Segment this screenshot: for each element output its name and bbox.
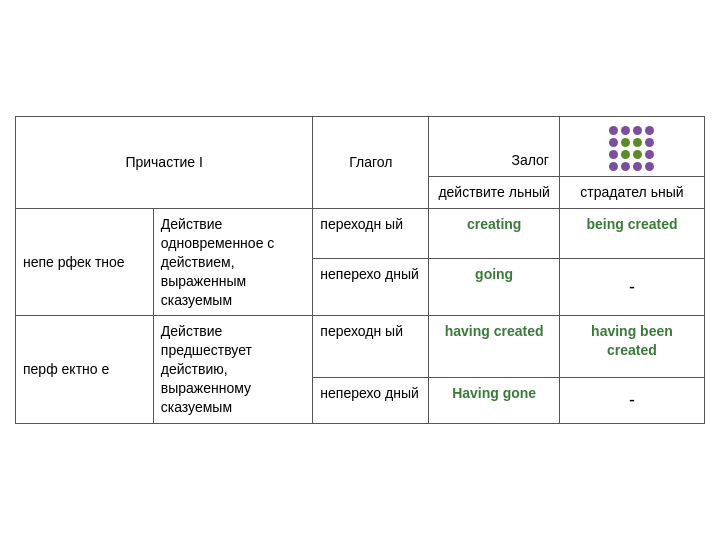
dots-decoration bbox=[559, 117, 704, 177]
dot bbox=[633, 162, 642, 171]
row2-glagol-bottom: неперехо дный bbox=[313, 378, 429, 424]
dot bbox=[609, 138, 618, 147]
dot bbox=[609, 150, 618, 159]
row1-glagol-bottom: неперехо дный bbox=[313, 258, 429, 316]
row2-strad-bottom: - bbox=[559, 378, 704, 424]
row2-top: перф ектно е Действие предшествует дейст… bbox=[16, 316, 705, 378]
row2-strad-top: having been created bbox=[559, 316, 704, 378]
dot bbox=[621, 162, 630, 171]
table-container: Причастие I Глагол Залог bbox=[15, 116, 705, 424]
row1-glagol-top: переходн ый bbox=[313, 208, 429, 258]
dot bbox=[621, 126, 630, 135]
действительный-header: действите льный bbox=[429, 177, 560, 209]
row1-strad-bottom: - bbox=[559, 258, 704, 316]
row1-top: непе рфек тное Действие одновременное с … bbox=[16, 208, 705, 258]
dot bbox=[633, 150, 642, 159]
header-row-top: Причастие I Глагол Залог bbox=[16, 117, 705, 177]
row1-strad-top: being created bbox=[559, 208, 704, 258]
причастиеI-header: Причастие I bbox=[16, 117, 313, 209]
dots-grid bbox=[609, 126, 655, 172]
залог-label: Залог bbox=[429, 117, 560, 177]
dot bbox=[645, 150, 654, 159]
row1-deystvo-bottom: going bbox=[429, 258, 560, 316]
dot bbox=[621, 138, 630, 147]
dot bbox=[645, 162, 654, 171]
неперфектное-label: непе рфек тное bbox=[16, 208, 154, 315]
глагол-header: Глагол bbox=[313, 117, 429, 209]
перфектное-label: перф ектно е bbox=[16, 316, 154, 423]
dot bbox=[621, 150, 630, 159]
dot bbox=[609, 162, 618, 171]
dot bbox=[609, 126, 618, 135]
dot bbox=[645, 138, 654, 147]
dot bbox=[633, 138, 642, 147]
row2-description: Действие предшествует действию, выраженн… bbox=[153, 316, 313, 423]
dot bbox=[645, 126, 654, 135]
grammar-table: Причастие I Глагол Залог bbox=[15, 116, 705, 424]
row1-description: Действие одновременное с действием, выра… bbox=[153, 208, 313, 315]
dot bbox=[633, 126, 642, 135]
page: Причастие I Глагол Залог bbox=[0, 0, 720, 540]
row2-deystvo-top: having created bbox=[429, 316, 560, 378]
row2-glagol-top: переходн ый bbox=[313, 316, 429, 378]
row1-deystvo-top: creating bbox=[429, 208, 560, 258]
страдательный-header: страдател ьный bbox=[559, 177, 704, 209]
row2-deystvo-bottom: Having gone bbox=[429, 378, 560, 424]
